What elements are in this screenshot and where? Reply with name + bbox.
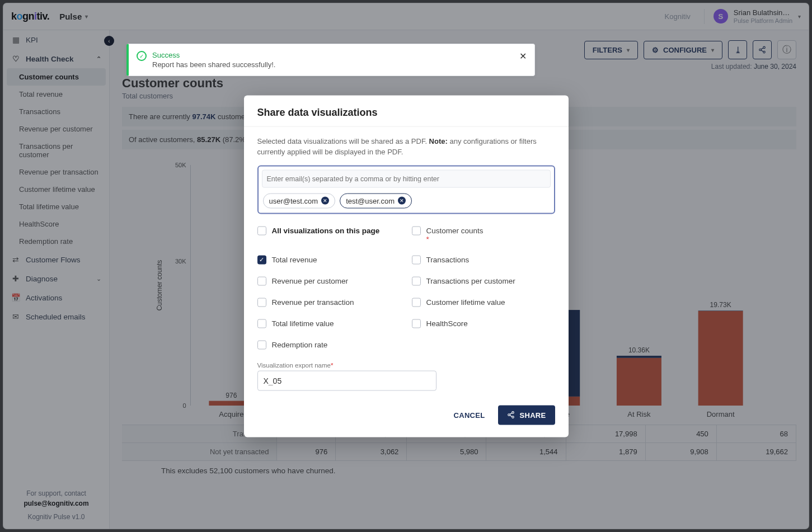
checkbox-transactions[interactable]: Transactions	[412, 255, 555, 264]
svg-point-20	[512, 416, 514, 418]
checkbox-revenue-per-transaction[interactable]: Revenue per transaction	[257, 298, 401, 307]
checkbox-icon: ✓	[257, 255, 266, 264]
cancel-button[interactable]: CANCEL	[450, 410, 489, 420]
checkbox-icon	[257, 319, 266, 328]
remove-chip-icon[interactable]: ✕	[321, 197, 329, 205]
checkbox-icon	[257, 340, 266, 349]
checkbox-icon	[412, 298, 421, 307]
share-submit-button[interactable]: SHARE	[498, 405, 555, 425]
email-input-box[interactable]: user@test.com✕test@user.com✕	[257, 165, 555, 214]
close-icon[interactable]: ✕	[519, 51, 527, 62]
checkbox-customer-lifetime-value[interactable]: Customer lifetime value	[412, 298, 555, 307]
export-name-label: Visualization export name*	[257, 361, 555, 368]
checkbox-customer-counts[interactable]: Customer counts*	[412, 226, 555, 243]
modal-title: Share data visualizations	[257, 106, 555, 118]
checkbox-icon	[412, 319, 421, 328]
toast-title: Success	[152, 51, 275, 59]
modal-description: Selected data visualizations will be sha…	[257, 135, 555, 157]
svg-point-18	[512, 412, 514, 414]
toast-message: Report has been shared successfully!.	[152, 60, 275, 69]
checkbox-redemption-rate[interactable]: Redemption rate	[257, 340, 401, 349]
checkbox-icon	[412, 276, 421, 285]
check-circle-icon: ✓	[137, 51, 147, 61]
email-chip[interactable]: test@user.com✕	[340, 193, 412, 208]
checkbox-icon	[257, 276, 266, 285]
toast-success: ✓ Success Report has been shared success…	[126, 44, 535, 76]
email-input[interactable]	[262, 170, 551, 187]
checkbox-icon	[257, 298, 266, 307]
remove-chip-icon[interactable]: ✕	[398, 197, 406, 205]
checkbox-total-revenue[interactable]: ✓Total revenue	[257, 255, 401, 264]
checkbox-icon	[412, 226, 421, 235]
share-modal: Share data visualizations Selected data …	[244, 95, 569, 437]
export-name-input[interactable]	[257, 370, 436, 390]
checkbox-revenue-per-customer[interactable]: Revenue per customer	[257, 276, 401, 285]
checkbox-icon	[412, 255, 421, 264]
checkbox-all-visualizations-on-this-page[interactable]: All visualizations on this page	[257, 226, 401, 243]
svg-point-19	[508, 414, 510, 416]
checkbox-transactions-per-customer[interactable]: Transactions per customer	[412, 276, 555, 285]
checkbox-healthscore[interactable]: HealthScore	[412, 319, 555, 328]
checkbox-icon	[257, 226, 266, 235]
checkbox-total-lifetime-value[interactable]: Total lifetime value	[257, 319, 401, 328]
email-chip[interactable]: user@test.com✕	[263, 193, 336, 208]
